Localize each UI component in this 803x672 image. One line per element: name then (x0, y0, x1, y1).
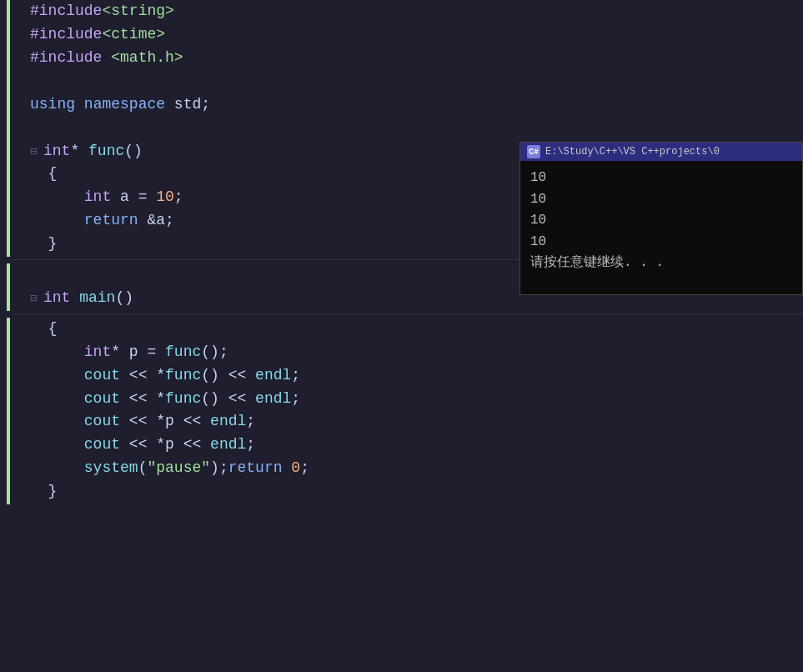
code-line-using: using namespace std; (7, 93, 803, 117)
code-container: #include<string> #include<ctime> #includ… (0, 0, 803, 672)
code-line-include-ctime: #include<ctime> (7, 23, 803, 47)
code-line-include-math: #include <math.h> (7, 47, 803, 70)
code-line-cout-func-1: cout << *func() << endl; (7, 364, 803, 388)
code-line-system: system("pause");return 0; (7, 457, 803, 480)
code-line-include-string: #include<string> (7, 0, 803, 23)
terminal-output-2: 10 (530, 189, 792, 211)
terminal-output-1: 10 (530, 168, 792, 189)
terminal-titlebar: C# E:\Study\C++\VS C++projects\0 (520, 143, 802, 161)
code-line-empty-2 (7, 117, 803, 140)
code-line-cout-p-2: cout << *p << endl; (7, 434, 803, 457)
code-line-main-open: { (7, 318, 803, 341)
terminal-overlay: C# E:\Study\C++\VS C++projects\0 10 10 1… (519, 142, 803, 295)
code-line-cout-func-2: cout << *func() << endl; (7, 388, 803, 411)
terminal-body: 10 10 10 10 请按任意键继续. . . (520, 161, 802, 294)
code-line-int-p: int* p = func(); (7, 341, 803, 364)
terminal-output-4: 10 (530, 232, 792, 253)
block-separator-2 (13, 313, 803, 314)
terminal-title: E:\Study\C++\VS C++projects\0 (545, 146, 720, 158)
terminal-output-3: 10 (530, 210, 792, 232)
code-line-main-close: } (7, 480, 803, 504)
editor-area: #include<string> #include<ctime> #includ… (0, 0, 803, 672)
code-line-empty-1 (7, 70, 803, 93)
terminal-prompt: 请按任意键继续. . . (530, 253, 792, 274)
code-line-cout-p-1: cout << *p << endl; (7, 410, 803, 434)
terminal-icon: C# (527, 145, 540, 158)
